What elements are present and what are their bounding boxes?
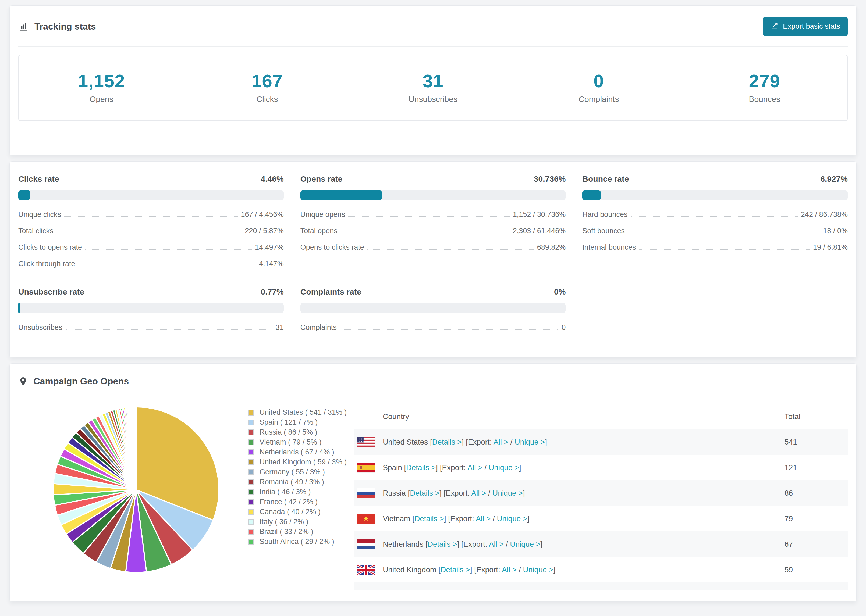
export-all-link[interactable]: All > [468, 464, 482, 472]
export-unique-link[interactable]: Unique > [523, 566, 553, 574]
legend-item-brazil: Brazil ( 33 / 2% ) [248, 527, 347, 537]
rate-row-value: 31 [276, 323, 284, 332]
bracket: [ [423, 540, 428, 548]
table-row-es: Spain [Details >] [Export: All > / Uniqu… [354, 455, 848, 480]
rate-row-label: Click through rate [18, 259, 75, 268]
export-all-link[interactable]: All > [489, 540, 504, 548]
legend-item-india: India ( 46 / 3% ) [248, 487, 347, 497]
table-row-us: United States [Details >] [Export: All >… [354, 429, 848, 455]
dotted-leader [57, 233, 242, 233]
rate-block-bounce-rate: Bounce rate6.927%Hard bounces242 / 86.73… [582, 174, 848, 268]
rates-card: Clicks rate4.46%Unique clicks167 / 4.456… [9, 161, 857, 357]
details-link[interactable]: Details > [414, 514, 444, 523]
legend-item-netherlands: Netherlands ( 67 / 4% ) [248, 447, 347, 457]
slash: / [504, 540, 510, 548]
map-pin-icon [18, 377, 28, 386]
export-unique-link[interactable]: Unique > [510, 540, 540, 548]
legend-item-south-africa: South Africa ( 29 / 2% ) [248, 537, 347, 547]
rate-value: 0.77% [261, 287, 284, 297]
stat-card-opens: 1,152Opens [19, 55, 184, 120]
export-all-link[interactable]: All > [471, 489, 486, 497]
flag-ru-icon [357, 488, 383, 498]
country-cell: Netherlands [Details >] [Export: All > /… [383, 540, 784, 548]
column-header-country: Country [383, 412, 784, 421]
rate-value: 30.736% [534, 174, 565, 184]
stat-value: 167 [184, 71, 350, 91]
export-basic-stats-button[interactable]: Export basic stats [763, 17, 848, 36]
pie-slice-other [135, 407, 136, 490]
rate-row: Click through rate4.147% [18, 259, 284, 268]
rate-row-label: Soft bounces [582, 227, 625, 235]
details-link[interactable]: Details > [410, 489, 439, 497]
rate-progress-track [301, 303, 566, 313]
legend-swatch [248, 449, 254, 455]
bracket: ] [540, 540, 542, 548]
details-link[interactable]: Details > [406, 464, 436, 472]
country-total: 541 [784, 438, 848, 446]
table-row-nl: Netherlands [Details >] [Export: All > /… [354, 531, 848, 557]
rate-row-value: 689.82% [537, 243, 566, 251]
table-row-ru: Russia [Details >] [Export: All > / Uniq… [354, 480, 848, 506]
rate-value: 6.927% [820, 174, 848, 184]
country-cell: United States [Details >] [Export: All >… [383, 438, 784, 446]
slash: / [516, 566, 523, 574]
legend-label: Netherlands ( 67 / 4% ) [260, 448, 334, 456]
country-name: United States [383, 438, 428, 446]
dotted-leader [628, 233, 820, 233]
legend-item-vietnam: Vietnam ( 79 / 5% ) [248, 437, 347, 447]
dotted-leader [340, 329, 559, 330]
details-link[interactable]: Details > [432, 438, 462, 446]
export-all-link[interactable]: All > [476, 514, 491, 523]
rate-row: Unsubscribes31 [18, 323, 284, 332]
stat-card-bounces: 279Bounces [682, 55, 847, 120]
bracket: ] [Export: [462, 438, 493, 446]
details-link[interactable]: Details > [428, 540, 457, 548]
rate-block-complaints-rate: Complaints rate0%Complaints0 [301, 287, 566, 332]
rate-progress-track [301, 190, 566, 200]
rate-header: Complaints rate0% [301, 287, 566, 297]
country-name: Netherlands [383, 540, 423, 548]
country-total: 59 [784, 566, 848, 574]
legend-item-spain: Spain ( 121 / 7% ) [248, 417, 347, 427]
table-row-de: Germany [Details >] [Export: All > / Uni… [354, 582, 848, 590]
stats-summary-row: 1,152Opens167Clicks31Unsubscribes0Compla… [18, 55, 848, 121]
export-all-link[interactable]: All > [493, 438, 508, 446]
rate-row-label: Hard bounces [582, 211, 627, 219]
export-unique-link[interactable]: Unique > [497, 514, 527, 523]
legend-swatch [248, 459, 254, 465]
rate-block-opens-rate: Opens rate30.736%Unique opens1,152 / 30.… [301, 174, 566, 268]
details-link[interactable]: Details > [441, 566, 470, 574]
bracket: ] [Export: [444, 514, 476, 523]
rate-row: Complaints0 [301, 323, 566, 332]
export-unique-link[interactable]: Unique > [515, 438, 545, 446]
legend-swatch [248, 529, 254, 535]
stat-value: 1,152 [19, 71, 184, 91]
stat-label: Clicks [184, 94, 350, 104]
dotted-leader [66, 329, 272, 330]
stat-card-complaints: 0Complaints [516, 55, 681, 120]
flag-vn-icon [357, 514, 383, 523]
export-unique-link[interactable]: Unique > [489, 464, 519, 472]
rate-block-unsubscribe-rate: Unsubscribe rate0.77%Unsubscribes31 [18, 287, 284, 332]
dotted-leader [631, 216, 797, 217]
slash: / [491, 514, 497, 523]
export-unique-link[interactable]: Unique > [493, 489, 523, 497]
country-cell: United Kingdom [Details >] [Export: All … [383, 566, 784, 574]
legend-label: South Africa ( 29 / 2% ) [260, 537, 334, 546]
rate-rows: Unique clicks167 / 4.456%Total clicks220… [18, 211, 284, 268]
rate-progress-fill [301, 190, 382, 200]
rate-row-value: 14.497% [255, 243, 284, 251]
bracket: [ [406, 489, 410, 497]
rate-row-value: 242 / 86.738% [801, 211, 848, 219]
bracket: ] [Export: [470, 566, 502, 574]
export-all-link[interactable]: All > [502, 566, 516, 574]
geo-header: Campaign Geo Opens [18, 376, 848, 387]
legend-item-united-kingdom: United Kingdom ( 59 / 3% ) [248, 457, 347, 467]
legend-item-romania: Romania ( 49 / 3% ) [248, 477, 347, 487]
bracket: ] [519, 464, 521, 472]
rate-rows: Complaints0 [301, 323, 566, 332]
dotted-leader [341, 233, 510, 233]
rate-row: Opens to clicks rate689.82% [301, 243, 566, 251]
rate-header: Clicks rate4.46% [18, 174, 284, 184]
legend-swatch [248, 539, 254, 545]
